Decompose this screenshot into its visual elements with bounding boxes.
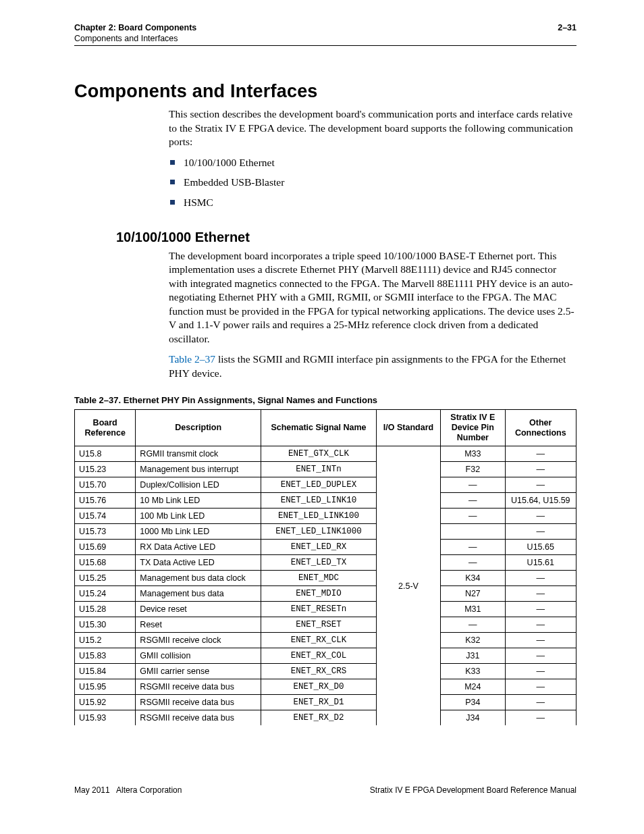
cell-io-standard: 2.5-V bbox=[376, 446, 440, 726]
cell-pin-number: — bbox=[441, 477, 505, 493]
table-row: U15.92RSGMII receive data busENET_RX_D1P… bbox=[75, 695, 576, 710]
cell-signal-name: ENET_LED_LINK1000 bbox=[261, 524, 377, 540]
cell-other-conn: — bbox=[505, 633, 576, 648]
list-item: HSMC bbox=[169, 196, 576, 209]
cell-signal-name: ENET_RX_D2 bbox=[261, 710, 377, 726]
col-io-standard: I/O Standard bbox=[376, 410, 440, 446]
cell-board-ref: U15.84 bbox=[75, 664, 136, 679]
ethernet-block: The development board incorporates a tri… bbox=[169, 249, 576, 380]
cell-description: GMII collision bbox=[136, 648, 261, 664]
cell-board-ref: U15.93 bbox=[75, 710, 136, 726]
cell-other-conn: — bbox=[505, 446, 576, 462]
cell-pin-number: — bbox=[441, 555, 505, 571]
cell-description: RSGMII receive data bus bbox=[136, 679, 261, 695]
cell-signal-name: ENET_RX_CRS bbox=[261, 664, 377, 679]
table-row: U15.74100 Mb Link LEDENET_LED_LINK100—— bbox=[75, 509, 576, 524]
cell-other-conn: U15.61 bbox=[505, 555, 576, 571]
header-chapter: Chapter 2: Board Components bbox=[74, 23, 196, 34]
cell-board-ref: U15.24 bbox=[75, 586, 136, 602]
cell-other-conn: — bbox=[505, 509, 576, 524]
ethernet-paragraph-2-rest: lists the SGMII and RGMII interface pin … bbox=[169, 353, 566, 378]
cell-description: 1000 Mb Link LED bbox=[136, 524, 261, 540]
cell-signal-name: ENET_MDIO bbox=[261, 586, 377, 602]
ethernet-paragraph-2: Table 2–37 lists the SGMII and RGMII int… bbox=[169, 353, 576, 380]
subsection-heading: 10/100/1000 Ethernet bbox=[116, 230, 576, 245]
cell-other-conn: — bbox=[505, 477, 576, 493]
cell-description: Duplex/Collision LED bbox=[136, 477, 261, 493]
cell-pin-number: — bbox=[441, 540, 505, 555]
table-row: U15.30ResetENET_RSET—— bbox=[75, 617, 576, 633]
cell-board-ref: U15.70 bbox=[75, 477, 136, 493]
list-item: Embedded USB-Blaster bbox=[169, 176, 576, 189]
cell-pin-number: K34 bbox=[441, 571, 505, 586]
cell-description: RSGMII receive data bus bbox=[136, 710, 261, 726]
cell-pin-number: J34 bbox=[441, 710, 505, 726]
cell-pin-number: K32 bbox=[441, 633, 505, 648]
list-item: 10/100/1000 Ethernet bbox=[169, 156, 576, 170]
cell-other-conn: — bbox=[505, 586, 576, 602]
col-board-ref: Board Reference bbox=[75, 410, 136, 446]
cell-pin-number: M24 bbox=[441, 679, 505, 695]
table-row: U15.28Device resetENET_RESETnM31— bbox=[75, 602, 576, 617]
cell-pin-number: — bbox=[441, 617, 505, 633]
cell-signal-name: ENET_LED_TX bbox=[261, 555, 377, 571]
cell-signal-name: ENET_MDC bbox=[261, 571, 377, 586]
cell-description: Reset bbox=[136, 617, 261, 633]
table-row: U15.95RSGMII receive data busENET_RX_D0M… bbox=[75, 679, 576, 695]
cell-board-ref: U15.23 bbox=[75, 462, 136, 477]
cell-pin-number: M33 bbox=[441, 446, 505, 462]
cell-signal-name: ENET_RX_COL bbox=[261, 648, 377, 664]
cell-board-ref: U15.69 bbox=[75, 540, 136, 555]
cell-board-ref: U15.28 bbox=[75, 602, 136, 617]
cell-other-conn: — bbox=[505, 524, 576, 540]
cell-pin-number: M31 bbox=[441, 602, 505, 617]
cell-other-conn: — bbox=[505, 710, 576, 726]
table-header-row: Board Reference Description Schematic Si… bbox=[75, 410, 576, 446]
cell-board-ref: U15.83 bbox=[75, 648, 136, 664]
cell-description: RSGMII receive data bus bbox=[136, 695, 261, 710]
cell-other-conn: — bbox=[505, 679, 576, 695]
cell-board-ref: U15.2 bbox=[75, 633, 136, 648]
cell-board-ref: U15.25 bbox=[75, 571, 136, 586]
table-row: U15.93RSGMII receive data busENET_RX_D2J… bbox=[75, 710, 576, 726]
cell-description: Management bus data bbox=[136, 586, 261, 602]
table-caption: Table 2–37. Ethernet PHY Pin Assignments… bbox=[74, 395, 576, 405]
intro-paragraph: This section describes the development b… bbox=[169, 107, 576, 149]
table-row: U15.83GMII collisionENET_RX_COLJ31— bbox=[75, 648, 576, 664]
cell-other-conn: U15.65 bbox=[505, 540, 576, 555]
cell-other-conn: — bbox=[505, 571, 576, 586]
table-row: U15.25Management bus data clockENET_MDCK… bbox=[75, 571, 576, 586]
table-xref[interactable]: Table 2–37 bbox=[169, 353, 215, 365]
footer-left: May 2011 Altera Corporation bbox=[74, 785, 182, 795]
pin-table: Board Reference Description Schematic Si… bbox=[74, 409, 576, 725]
col-pin-number: Stratix IV E Device Pin Number bbox=[441, 410, 505, 446]
cell-signal-name: ENET_LED_RX bbox=[261, 540, 377, 555]
cell-signal-name: ENET_INTn bbox=[261, 462, 377, 477]
cell-signal-name: ENET_RX_D1 bbox=[261, 695, 377, 710]
cell-board-ref: U15.76 bbox=[75, 493, 136, 509]
cell-board-ref: U15.74 bbox=[75, 509, 136, 524]
cell-description: RSGMII receive clock bbox=[136, 633, 261, 648]
cell-board-ref: U15.73 bbox=[75, 524, 136, 540]
table-row: U15.23Management bus interruptENET_INTnF… bbox=[75, 462, 576, 477]
col-other-conn: Other Connections bbox=[505, 410, 576, 446]
cell-other-conn: — bbox=[505, 602, 576, 617]
cell-board-ref: U15.30 bbox=[75, 617, 136, 633]
cell-description: Management bus interrupt bbox=[136, 462, 261, 477]
cell-signal-name: ENET_LED_LINK100 bbox=[261, 509, 377, 524]
cell-pin-number: — bbox=[441, 493, 505, 509]
cell-signal-name: ENET_RX_CLK bbox=[261, 633, 377, 648]
cell-pin-number: K33 bbox=[441, 664, 505, 679]
cell-other-conn: — bbox=[505, 695, 576, 710]
cell-pin-number: J31 bbox=[441, 648, 505, 664]
table-row: U15.2RSGMII receive clockENET_RX_CLKK32— bbox=[75, 633, 576, 648]
cell-pin-number: N27 bbox=[441, 586, 505, 602]
cell-signal-name: ENET_GTX_CLK bbox=[261, 446, 377, 462]
cell-other-conn: — bbox=[505, 664, 576, 679]
cell-description: RX Data Active LED bbox=[136, 540, 261, 555]
table-row: U15.8RGMII transmit clockENET_GTX_CLK2.5… bbox=[75, 446, 576, 462]
footer-right: Stratix IV E FPGA Development Board Refe… bbox=[370, 785, 576, 795]
cell-board-ref: U15.95 bbox=[75, 679, 136, 695]
header-rule bbox=[74, 45, 576, 46]
col-signal-name: Schematic Signal Name bbox=[261, 410, 377, 446]
